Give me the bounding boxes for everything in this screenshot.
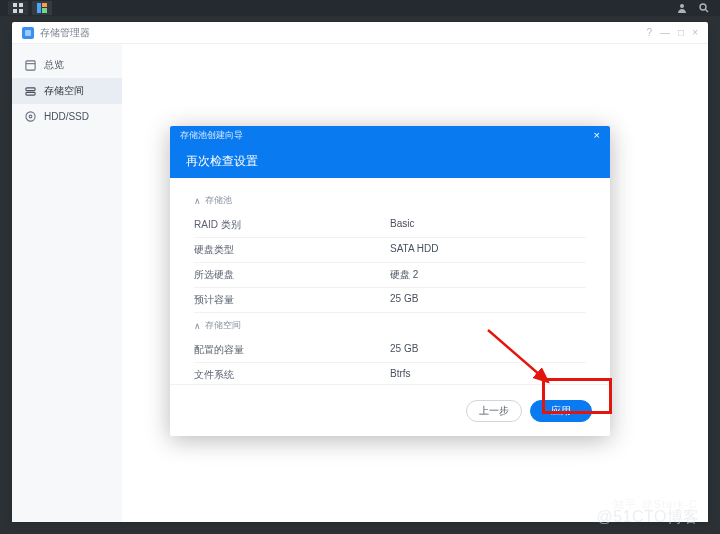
main-area: 存储池创建向导 × 再次检查设置 ∧ 存储池 RAID 类别 Basic <box>122 44 708 522</box>
row-value: 25 GB <box>390 343 586 357</box>
row-est-capacity: 预计容量 25 GB <box>194 288 586 313</box>
help-button[interactable]: ? <box>647 27 653 38</box>
dashboard-icon <box>24 59 36 71</box>
row-label: 配置的容量 <box>194 343 390 357</box>
maximize-button[interactable]: □ <box>678 27 684 38</box>
grid-icon[interactable] <box>8 1 28 15</box>
dialog-footer: 上一步 应用 <box>170 384 610 436</box>
dialog-header: 再次检查设置 <box>170 144 610 178</box>
dialog-close-button[interactable]: × <box>594 129 600 141</box>
storage-app-icon <box>22 27 34 39</box>
tile-icon[interactable] <box>32 1 52 15</box>
row-selected-disk: 所选硬盘 硬盘 2 <box>194 263 586 288</box>
row-label: RAID 类别 <box>194 218 390 232</box>
storage-manager-window: 存储管理器 ? — □ × 总览 存储空间 <box>12 22 708 522</box>
row-value: Basic <box>390 218 586 232</box>
row-value: Btrfs <box>390 368 586 382</box>
desktop-topbar <box>0 0 720 16</box>
row-allocated-capacity: 配置的容量 25 GB <box>194 338 586 363</box>
user-icon[interactable] <box>674 2 690 14</box>
svg-point-7 <box>680 4 684 8</box>
svg-rect-10 <box>25 60 34 69</box>
row-filesystem: 文件系统 Btrfs <box>194 363 586 384</box>
svg-rect-6 <box>42 8 47 13</box>
svg-rect-13 <box>25 92 34 95</box>
sidebar-item-label: 存储空间 <box>44 84 84 98</box>
minimize-button[interactable]: — <box>660 27 670 38</box>
svg-rect-2 <box>13 9 17 13</box>
svg-rect-12 <box>25 87 34 90</box>
sidebar: 总览 存储空间 HDD/SSD <box>12 44 122 522</box>
row-value: 25 GB <box>390 293 586 307</box>
row-value: SATA HDD <box>390 243 586 257</box>
sidebar-item-storage[interactable]: 存储空间 <box>12 78 122 104</box>
caret-up-icon: ∧ <box>194 321 201 331</box>
dialog-strip: 存储池创建向导 × <box>170 126 610 144</box>
row-raid-type: RAID 类别 Basic <box>194 213 586 238</box>
storage-icon <box>24 85 36 97</box>
sidebar-item-label: HDD/SSD <box>44 111 89 122</box>
window-titlebar: 存储管理器 ? — □ × <box>12 22 708 44</box>
search-icon[interactable] <box>696 2 712 14</box>
dialog-title: 再次检查设置 <box>186 153 258 170</box>
svg-rect-0 <box>13 3 17 7</box>
row-disk-type: 硬盘类型 SATA HDD <box>194 238 586 263</box>
dialog-content: ∧ 存储池 RAID 类别 Basic 硬盘类型 SATA HDD 所选硬盘 硬… <box>170 178 610 384</box>
sidebar-item-label: 总览 <box>44 58 64 72</box>
svg-line-9 <box>705 9 708 12</box>
row-value: 硬盘 2 <box>390 268 586 282</box>
svg-rect-5 <box>42 3 47 7</box>
svg-point-15 <box>29 115 32 118</box>
svg-rect-4 <box>37 3 41 13</box>
disk-icon <box>24 110 36 122</box>
back-button[interactable]: 上一步 <box>466 400 522 422</box>
row-label: 硬盘类型 <box>194 243 390 257</box>
svg-rect-3 <box>19 9 23 13</box>
svg-rect-1 <box>19 3 23 7</box>
row-label: 所选硬盘 <box>194 268 390 282</box>
caret-up-icon: ∧ <box>194 196 201 206</box>
group-storage-pool[interactable]: ∧ 存储池 <box>194 188 586 213</box>
svg-point-14 <box>25 111 34 120</box>
close-button[interactable]: × <box>692 27 698 38</box>
group-title: 存储池 <box>205 194 232 207</box>
apply-button[interactable]: 应用 <box>530 400 592 422</box>
row-label: 预计容量 <box>194 293 390 307</box>
row-label: 文件系统 <box>194 368 390 382</box>
wizard-dialog: 存储池创建向导 × 再次检查设置 ∧ 存储池 RAID 类别 Basic <box>170 126 610 436</box>
window-title: 存储管理器 <box>40 26 90 40</box>
sidebar-item-overview[interactable]: 总览 <box>12 52 122 78</box>
group-title: 存储空间 <box>205 319 241 332</box>
svg-point-8 <box>700 4 706 10</box>
sidebar-item-hddssd[interactable]: HDD/SSD <box>12 104 122 128</box>
dialog-strip-label: 存储池创建向导 <box>180 129 243 142</box>
group-storage-space[interactable]: ∧ 存储空间 <box>194 313 586 338</box>
